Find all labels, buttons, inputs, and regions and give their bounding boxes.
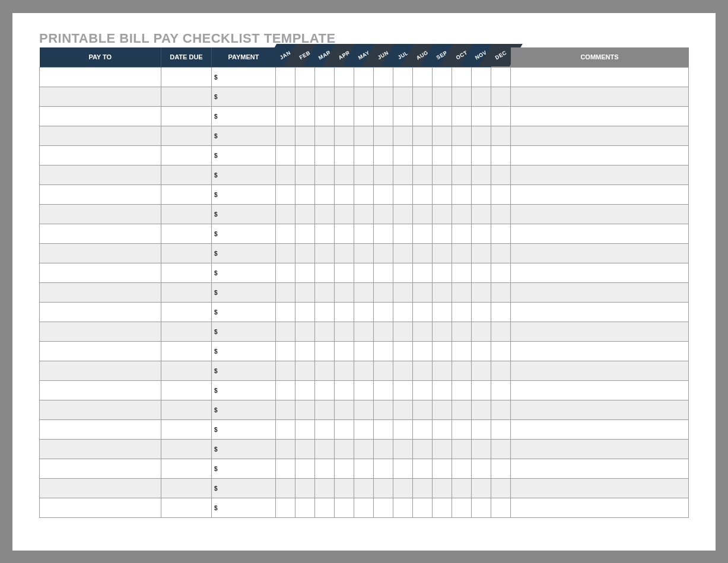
cell-month <box>295 87 315 107</box>
cell-payto <box>40 342 161 361</box>
cell-month <box>393 224 413 244</box>
cell-month <box>413 244 433 263</box>
cell-month <box>374 440 393 459</box>
cell-month <box>315 166 335 185</box>
cell-month <box>354 185 374 205</box>
cell-month <box>452 263 472 283</box>
cell-payment: $ <box>212 146 276 166</box>
cell-month <box>276 263 295 283</box>
cell-month <box>315 440 335 459</box>
cell-month <box>433 440 452 459</box>
cell-month <box>433 498 452 518</box>
cell-month <box>393 459 413 479</box>
cell-month <box>295 459 315 479</box>
cell-month <box>491 185 511 205</box>
cell-month <box>276 342 295 361</box>
cell-month <box>452 459 472 479</box>
cell-month <box>452 87 472 107</box>
cell-month <box>393 303 413 322</box>
cell-payto <box>40 146 161 166</box>
cell-month <box>276 244 295 263</box>
cell-month <box>491 342 511 361</box>
col-header-comments: COMMENTS <box>511 47 689 68</box>
cell-month <box>374 224 393 244</box>
cell-month <box>413 283 433 303</box>
cell-datedue <box>161 381 212 400</box>
cell-datedue <box>161 459 212 479</box>
cell-month <box>354 498 374 518</box>
cell-month <box>354 283 374 303</box>
cell-month <box>295 224 315 244</box>
cell-month <box>354 205 374 224</box>
cell-comments <box>511 283 689 303</box>
cell-payto <box>40 459 161 479</box>
cell-month <box>413 459 433 479</box>
cell-month <box>335 126 354 146</box>
cell-month <box>413 126 433 146</box>
cell-month <box>491 68 511 87</box>
cell-month <box>354 361 374 381</box>
cell-comments <box>511 166 689 185</box>
cell-month <box>374 107 393 126</box>
cell-month <box>354 224 374 244</box>
cell-payment: $ <box>212 420 276 440</box>
cell-month <box>276 283 295 303</box>
cell-month <box>472 361 491 381</box>
cell-month <box>472 479 491 498</box>
cell-payment: $ <box>212 68 276 87</box>
cell-month <box>335 87 354 107</box>
cell-month <box>295 205 315 224</box>
cell-month <box>335 303 354 322</box>
cell-month <box>276 479 295 498</box>
cell-month <box>374 263 393 283</box>
cell-comments <box>511 146 689 166</box>
cell-month <box>354 263 374 283</box>
table-row: $ <box>40 283 689 303</box>
cell-month <box>276 498 295 518</box>
cell-month <box>433 263 452 283</box>
cell-month <box>452 205 472 224</box>
cell-payto <box>40 205 161 224</box>
cell-payment: $ <box>212 322 276 342</box>
cell-payto <box>40 303 161 322</box>
cell-datedue <box>161 263 212 283</box>
table-row: $ <box>40 420 689 440</box>
cell-month <box>472 185 491 205</box>
cell-month <box>335 440 354 459</box>
cell-month <box>335 420 354 440</box>
cell-month <box>315 87 335 107</box>
cell-comments <box>511 342 689 361</box>
cell-comments <box>511 303 689 322</box>
cell-month <box>472 68 491 87</box>
cell-month <box>354 381 374 400</box>
table-row: $ <box>40 126 689 146</box>
table-row: $ <box>40 440 689 459</box>
table-row: $ <box>40 68 689 87</box>
cell-month <box>472 498 491 518</box>
cell-month <box>452 146 472 166</box>
cell-payto <box>40 224 161 244</box>
cell-datedue <box>161 87 212 107</box>
cell-month <box>433 68 452 87</box>
cell-payto <box>40 244 161 263</box>
table-row: $ <box>40 244 689 263</box>
cell-month <box>413 479 433 498</box>
cell-datedue <box>161 146 212 166</box>
cell-comments <box>511 126 689 146</box>
cell-month <box>433 303 452 322</box>
cell-payto <box>40 185 161 205</box>
cell-month <box>374 283 393 303</box>
cell-month <box>452 381 472 400</box>
table-row: $ <box>40 381 689 400</box>
cell-month <box>491 166 511 185</box>
cell-month <box>433 146 452 166</box>
cell-month <box>276 185 295 205</box>
table-row: $ <box>40 342 689 361</box>
cell-payto <box>40 166 161 185</box>
cell-month <box>452 361 472 381</box>
cell-month <box>276 303 295 322</box>
cell-payto <box>40 283 161 303</box>
cell-datedue <box>161 322 212 342</box>
cell-month <box>472 166 491 185</box>
cell-month <box>354 322 374 342</box>
